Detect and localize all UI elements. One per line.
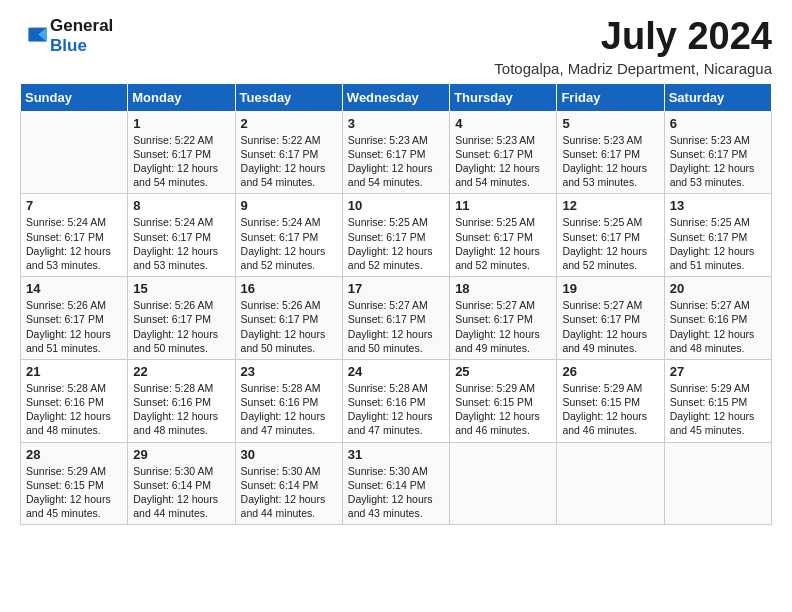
cell-info: Sunrise: 5:23 AMSunset: 6:17 PMDaylight:…: [562, 133, 658, 190]
logo-icon: [20, 22, 48, 50]
cell-info: Sunrise: 5:27 AMSunset: 6:17 PMDaylight:…: [455, 298, 551, 355]
day-number: 29: [133, 447, 229, 462]
logo: General Blue: [20, 16, 113, 55]
cell-info: Sunrise: 5:25 AMSunset: 6:17 PMDaylight:…: [348, 215, 444, 272]
calendar-cell: 14Sunrise: 5:26 AMSunset: 6:17 PMDayligh…: [21, 277, 128, 360]
cell-info: Sunrise: 5:23 AMSunset: 6:17 PMDaylight:…: [348, 133, 444, 190]
calendar-cell: 31Sunrise: 5:30 AMSunset: 6:14 PMDayligh…: [342, 442, 449, 525]
calendar-cell: 27Sunrise: 5:29 AMSunset: 6:15 PMDayligh…: [664, 359, 771, 442]
calendar-cell: 21Sunrise: 5:28 AMSunset: 6:16 PMDayligh…: [21, 359, 128, 442]
day-number: 13: [670, 198, 766, 213]
title-block: July 2024 Totogalpa, Madriz Department, …: [494, 16, 772, 77]
day-number: 28: [26, 447, 122, 462]
calendar-cell: 29Sunrise: 5:30 AMSunset: 6:14 PMDayligh…: [128, 442, 235, 525]
cell-info: Sunrise: 5:28 AMSunset: 6:16 PMDaylight:…: [26, 381, 122, 438]
cell-info: Sunrise: 5:27 AMSunset: 6:17 PMDaylight:…: [562, 298, 658, 355]
day-number: 4: [455, 116, 551, 131]
calendar-cell: 18Sunrise: 5:27 AMSunset: 6:17 PMDayligh…: [450, 277, 557, 360]
cell-info: Sunrise: 5:29 AMSunset: 6:15 PMDaylight:…: [455, 381, 551, 438]
day-number: 10: [348, 198, 444, 213]
week-row-5: 28Sunrise: 5:29 AMSunset: 6:15 PMDayligh…: [21, 442, 772, 525]
cell-info: Sunrise: 5:29 AMSunset: 6:15 PMDaylight:…: [670, 381, 766, 438]
calendar-cell: 16Sunrise: 5:26 AMSunset: 6:17 PMDayligh…: [235, 277, 342, 360]
cell-info: Sunrise: 5:29 AMSunset: 6:15 PMDaylight:…: [562, 381, 658, 438]
day-number: 6: [670, 116, 766, 131]
calendar-cell: 8Sunrise: 5:24 AMSunset: 6:17 PMDaylight…: [128, 194, 235, 277]
calendar-cell: 12Sunrise: 5:25 AMSunset: 6:17 PMDayligh…: [557, 194, 664, 277]
col-header-thursday: Thursday: [450, 83, 557, 111]
cell-info: Sunrise: 5:29 AMSunset: 6:15 PMDaylight:…: [26, 464, 122, 521]
cell-info: Sunrise: 5:24 AMSunset: 6:17 PMDaylight:…: [26, 215, 122, 272]
day-number: 17: [348, 281, 444, 296]
day-number: 9: [241, 198, 337, 213]
calendar-cell: 30Sunrise: 5:30 AMSunset: 6:14 PMDayligh…: [235, 442, 342, 525]
month-title: July 2024: [494, 16, 772, 58]
day-number: 5: [562, 116, 658, 131]
calendar-cell: 23Sunrise: 5:28 AMSunset: 6:16 PMDayligh…: [235, 359, 342, 442]
cell-info: Sunrise: 5:27 AMSunset: 6:17 PMDaylight:…: [348, 298, 444, 355]
day-number: 7: [26, 198, 122, 213]
cell-info: Sunrise: 5:23 AMSunset: 6:17 PMDaylight:…: [670, 133, 766, 190]
cell-info: Sunrise: 5:28 AMSunset: 6:16 PMDaylight:…: [241, 381, 337, 438]
calendar-cell: 11Sunrise: 5:25 AMSunset: 6:17 PMDayligh…: [450, 194, 557, 277]
day-number: 22: [133, 364, 229, 379]
calendar-cell: 17Sunrise: 5:27 AMSunset: 6:17 PMDayligh…: [342, 277, 449, 360]
cell-info: Sunrise: 5:27 AMSunset: 6:16 PMDaylight:…: [670, 298, 766, 355]
calendar-cell: 5Sunrise: 5:23 AMSunset: 6:17 PMDaylight…: [557, 111, 664, 194]
day-number: 15: [133, 281, 229, 296]
cell-info: Sunrise: 5:30 AMSunset: 6:14 PMDaylight:…: [241, 464, 337, 521]
cell-info: Sunrise: 5:26 AMSunset: 6:17 PMDaylight:…: [241, 298, 337, 355]
calendar-cell: 10Sunrise: 5:25 AMSunset: 6:17 PMDayligh…: [342, 194, 449, 277]
day-number: 2: [241, 116, 337, 131]
col-header-tuesday: Tuesday: [235, 83, 342, 111]
calendar-cell: 28Sunrise: 5:29 AMSunset: 6:15 PMDayligh…: [21, 442, 128, 525]
calendar-cell: [450, 442, 557, 525]
calendar-cell: 26Sunrise: 5:29 AMSunset: 6:15 PMDayligh…: [557, 359, 664, 442]
col-header-monday: Monday: [128, 83, 235, 111]
week-row-1: 1Sunrise: 5:22 AMSunset: 6:17 PMDaylight…: [21, 111, 772, 194]
cell-info: Sunrise: 5:24 AMSunset: 6:17 PMDaylight:…: [133, 215, 229, 272]
col-header-wednesday: Wednesday: [342, 83, 449, 111]
cell-info: Sunrise: 5:30 AMSunset: 6:14 PMDaylight:…: [133, 464, 229, 521]
calendar-cell: 7Sunrise: 5:24 AMSunset: 6:17 PMDaylight…: [21, 194, 128, 277]
calendar-cell: 4Sunrise: 5:23 AMSunset: 6:17 PMDaylight…: [450, 111, 557, 194]
calendar-cell: 24Sunrise: 5:28 AMSunset: 6:16 PMDayligh…: [342, 359, 449, 442]
calendar-cell: 19Sunrise: 5:27 AMSunset: 6:17 PMDayligh…: [557, 277, 664, 360]
calendar-cell: 2Sunrise: 5:22 AMSunset: 6:17 PMDaylight…: [235, 111, 342, 194]
day-number: 25: [455, 364, 551, 379]
calendar-cell: 1Sunrise: 5:22 AMSunset: 6:17 PMDaylight…: [128, 111, 235, 194]
day-number: 19: [562, 281, 658, 296]
day-number: 16: [241, 281, 337, 296]
calendar-cell: [557, 442, 664, 525]
cell-info: Sunrise: 5:22 AMSunset: 6:17 PMDaylight:…: [133, 133, 229, 190]
day-number: 23: [241, 364, 337, 379]
day-number: 8: [133, 198, 229, 213]
calendar-cell: 22Sunrise: 5:28 AMSunset: 6:16 PMDayligh…: [128, 359, 235, 442]
week-row-4: 21Sunrise: 5:28 AMSunset: 6:16 PMDayligh…: [21, 359, 772, 442]
logo-text: General Blue: [50, 16, 113, 55]
cell-info: Sunrise: 5:26 AMSunset: 6:17 PMDaylight:…: [26, 298, 122, 355]
day-number: 21: [26, 364, 122, 379]
cell-info: Sunrise: 5:23 AMSunset: 6:17 PMDaylight:…: [455, 133, 551, 190]
col-header-friday: Friday: [557, 83, 664, 111]
col-header-sunday: Sunday: [21, 83, 128, 111]
day-number: 20: [670, 281, 766, 296]
calendar-cell: 25Sunrise: 5:29 AMSunset: 6:15 PMDayligh…: [450, 359, 557, 442]
day-number: 30: [241, 447, 337, 462]
header-row: SundayMondayTuesdayWednesdayThursdayFrid…: [21, 83, 772, 111]
calendar-cell: 20Sunrise: 5:27 AMSunset: 6:16 PMDayligh…: [664, 277, 771, 360]
day-number: 18: [455, 281, 551, 296]
header: General Blue July 2024 Totogalpa, Madriz…: [20, 16, 772, 77]
cell-info: Sunrise: 5:24 AMSunset: 6:17 PMDaylight:…: [241, 215, 337, 272]
subtitle: Totogalpa, Madriz Department, Nicaragua: [494, 60, 772, 77]
day-number: 31: [348, 447, 444, 462]
cell-info: Sunrise: 5:26 AMSunset: 6:17 PMDaylight:…: [133, 298, 229, 355]
day-number: 1: [133, 116, 229, 131]
calendar-cell: 15Sunrise: 5:26 AMSunset: 6:17 PMDayligh…: [128, 277, 235, 360]
day-number: 14: [26, 281, 122, 296]
day-number: 12: [562, 198, 658, 213]
cell-info: Sunrise: 5:28 AMSunset: 6:16 PMDaylight:…: [348, 381, 444, 438]
cell-info: Sunrise: 5:25 AMSunset: 6:17 PMDaylight:…: [562, 215, 658, 272]
calendar-cell: 9Sunrise: 5:24 AMSunset: 6:17 PMDaylight…: [235, 194, 342, 277]
cell-info: Sunrise: 5:28 AMSunset: 6:16 PMDaylight:…: [133, 381, 229, 438]
